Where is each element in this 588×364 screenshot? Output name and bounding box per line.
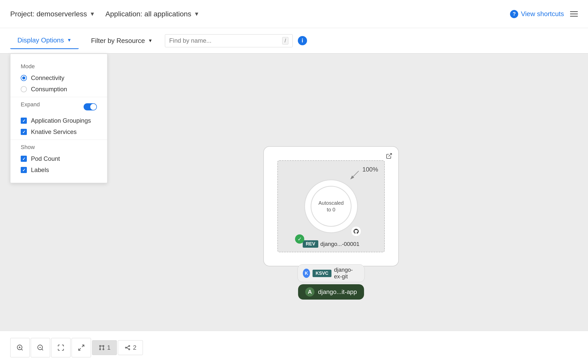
app-label[interactable]: A django...it-app <box>298 284 364 300</box>
mode-label: Mode <box>21 63 97 70</box>
help-icon: ? <box>510 10 518 18</box>
svg-line-10 <box>79 348 81 350</box>
view-shortcuts-label: View shortcuts <box>521 10 564 18</box>
app-group-box[interactable]: 100% Autoscaled to 0 <box>263 146 399 266</box>
layout-1-button[interactable]: 1 <box>92 340 117 355</box>
project-label: Project: demoserverless <box>10 10 87 18</box>
project-dropdown-arrow[interactable]: ▼ <box>89 11 95 17</box>
svg-line-9 <box>82 345 84 347</box>
svg-line-1 <box>351 171 359 179</box>
display-options-panel: Mode Connectivity Consumption Expand App… <box>10 54 107 183</box>
svg-point-20 <box>129 349 130 350</box>
fullscreen-button[interactable] <box>72 338 91 357</box>
knative-dashed-box: 100% Autoscaled to 0 <box>277 160 385 252</box>
svg-point-13 <box>99 349 100 350</box>
connectivity-label: Connectivity <box>31 74 64 82</box>
pod-circle-inner: Autoscaled to 0 <box>311 186 352 227</box>
layout-2-label: 2 <box>133 344 136 351</box>
pod-circle-outer: Autoscaled to 0 <box>304 179 358 233</box>
expand-toggle[interactable] <box>84 103 97 110</box>
app-label: Application: all applications <box>105 10 191 18</box>
percent-label: 100% <box>363 166 378 173</box>
display-options-chevron: ▼ <box>67 38 72 43</box>
pod-count-row[interactable]: Pod Count <box>21 155 97 162</box>
consumption-radio-row[interactable]: Consumption <box>21 86 97 93</box>
labels-checkbox[interactable] <box>21 167 27 173</box>
expand-section: Expand Application Groupings Knative Ser… <box>10 97 107 140</box>
k-badge: K <box>303 269 310 278</box>
toolbar: Display Options ▼ Filter by Resource ▼ /… <box>0 28 588 54</box>
knative-services-checkbox[interactable] <box>21 129 27 135</box>
zoom-in-button[interactable] <box>10 338 30 357</box>
knative-services-row[interactable]: Knative Services <box>21 128 97 135</box>
topbar-right: ? View shortcuts <box>510 10 578 18</box>
topbar: Project: demoserverless ▼ Application: a… <box>0 0 588 28</box>
filter-by-resource-label: Filter by Resource <box>91 37 145 45</box>
svg-point-18 <box>126 347 127 348</box>
find-input-container: / <box>165 34 293 47</box>
app-groupings-row[interactable]: Application Groupings <box>21 117 97 124</box>
consumption-label: Consumption <box>31 86 67 93</box>
autoscaled-text: Autoscaled to 0 <box>319 200 344 213</box>
menu-icon[interactable] <box>570 11 578 17</box>
rev-badge-container: ✓ REV django...-00001 <box>303 240 359 248</box>
mode-section: Mode Connectivity Consumption <box>10 59 107 97</box>
svg-point-14 <box>103 349 104 350</box>
labels-label: Labels <box>31 166 49 174</box>
display-options-label: Display Options <box>17 36 64 44</box>
success-check: ✓ <box>295 234 304 244</box>
ksvc-badge: KSVC <box>313 270 332 277</box>
svg-point-19 <box>129 345 130 346</box>
rev-name: django...-00001 <box>320 241 359 247</box>
svg-point-11 <box>99 345 100 346</box>
github-badge <box>351 226 361 236</box>
connectivity-radio-row[interactable]: Connectivity <box>21 74 97 82</box>
info-icon[interactable]: i <box>298 36 307 45</box>
rev-badge: REV <box>303 240 318 248</box>
connectivity-radio[interactable] <box>21 75 27 81</box>
knative-services-label: Knative Services <box>31 128 77 135</box>
slash-shortcut: / <box>282 37 288 44</box>
svg-line-3 <box>21 349 22 350</box>
svg-line-7 <box>42 349 43 350</box>
bottom-toolbar: 1 2 <box>0 331 588 364</box>
svg-line-0 <box>389 153 392 156</box>
app-selector[interactable]: Application: all applications ▼ <box>105 10 199 18</box>
display-options-button[interactable]: Display Options ▼ <box>10 32 79 49</box>
svg-point-12 <box>103 345 104 346</box>
find-input[interactable] <box>169 37 279 44</box>
app-node-container: 100% Autoscaled to 0 <box>263 146 399 266</box>
app-dropdown-arrow[interactable]: ▼ <box>194 11 199 17</box>
expand-row: Expand <box>21 101 97 112</box>
ksvc-name: django-ex-git <box>334 267 359 280</box>
labels-row[interactable]: Labels <box>21 166 97 174</box>
app-name: django...it-app <box>318 288 357 295</box>
app-groupings-label: Application Groupings <box>31 117 91 124</box>
layout-1-label: 1 <box>107 344 110 351</box>
svg-line-22 <box>127 348 129 349</box>
pod-count-checkbox[interactable] <box>21 156 27 162</box>
view-shortcuts-link[interactable]: ? View shortcuts <box>510 10 564 18</box>
filter-by-resource-button[interactable]: Filter by Resource ▼ <box>84 33 160 49</box>
svg-line-21 <box>127 346 129 347</box>
ksvc-row[interactable]: K KSVC django-ex-git <box>298 264 365 282</box>
external-link-button[interactable] <box>383 150 395 162</box>
expand-label: Expand <box>21 101 40 108</box>
app-label-icon: A <box>305 287 314 297</box>
fit-screen-button[interactable] <box>51 338 71 357</box>
zoom-out-button[interactable] <box>31 338 50 357</box>
consumption-radio[interactable] <box>21 86 27 92</box>
app-groupings-checkbox[interactable] <box>21 118 27 124</box>
topbar-left: Project: demoserverless ▼ Application: a… <box>10 10 199 18</box>
pod-count-label: Pod Count <box>31 155 60 162</box>
filter-chevron: ▼ <box>148 38 153 43</box>
show-label: Show <box>21 144 97 151</box>
layout-2-button[interactable]: 2 <box>118 340 143 355</box>
show-section: Show Pod Count Labels <box>10 140 107 178</box>
project-selector[interactable]: Project: demoserverless ▼ <box>10 10 95 18</box>
